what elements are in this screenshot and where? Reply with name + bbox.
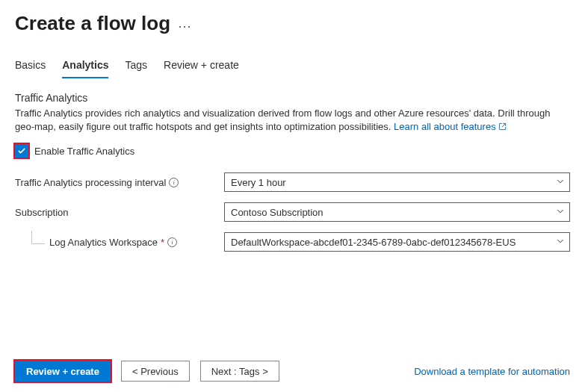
traffic-analytics-description: Traffic Analytics provides rich analytic… — [15, 107, 570, 134]
download-template-link[interactable]: Download a template for automation — [414, 366, 570, 377]
previous-button[interactable]: < Previous — [121, 361, 190, 382]
tab-analytics[interactable]: Analytics — [62, 56, 108, 78]
learn-more-label: Learn all about features — [394, 121, 496, 132]
enable-traffic-analytics-label: Enable Traffic Analytics — [34, 146, 134, 157]
page-title: Create a flow log — [15, 12, 170, 35]
next-button[interactable]: Next : Tags > — [200, 361, 279, 382]
workspace-label: Log Analytics Workspace — [49, 237, 158, 248]
tab-bar: Basics Analytics Tags Review + create — [15, 56, 570, 78]
external-link-icon — [498, 121, 507, 132]
processing-interval-label: Traffic Analytics processing interval — [15, 177, 166, 188]
tab-tags[interactable]: Tags — [125, 56, 147, 78]
review-create-button[interactable]: Review + create — [15, 361, 111, 382]
traffic-analytics-heading: Traffic Analytics — [15, 92, 570, 104]
learn-more-link[interactable]: Learn all about features — [394, 121, 507, 132]
tree-connector-icon — [31, 231, 45, 244]
tab-review-create[interactable]: Review + create — [164, 56, 239, 78]
processing-interval-select[interactable]: Every 1 hour — [224, 172, 570, 192]
workspace-select[interactable]: DefaultWorkspace-abcdef01-2345-6789-0abc… — [224, 232, 570, 252]
subscription-select[interactable]: Contoso Subscription — [224, 202, 570, 222]
required-indicator: * — [161, 237, 164, 248]
info-icon[interactable]: i — [169, 178, 179, 187]
chevron-down-icon — [556, 207, 565, 218]
info-icon[interactable]: i — [167, 237, 177, 247]
tab-basics[interactable]: Basics — [15, 56, 46, 78]
processing-interval-value: Every 1 hour — [231, 177, 286, 188]
enable-traffic-analytics-checkbox[interactable] — [15, 144, 28, 158]
more-actions-icon[interactable]: ⋯ — [178, 13, 192, 34]
chevron-down-icon — [556, 237, 565, 248]
subscription-label: Subscription — [15, 207, 69, 218]
wizard-footer: Review + create < Previous Next : Tags >… — [15, 361, 570, 382]
chevron-down-icon — [556, 177, 565, 188]
subscription-value: Contoso Subscription — [231, 207, 324, 218]
workspace-value: DefaultWorkspace-abcdef01-2345-6789-0abc… — [231, 237, 516, 248]
